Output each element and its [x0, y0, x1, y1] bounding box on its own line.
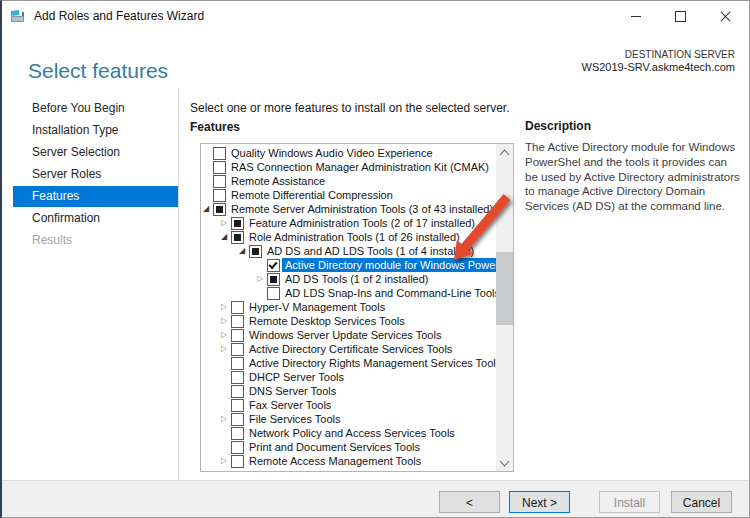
minimize-button[interactable]: [613, 1, 658, 31]
expand-icon[interactable]: ▷: [221, 216, 231, 230]
feature-checkbox[interactable]: [213, 189, 226, 202]
feature-checkbox[interactable]: [267, 259, 280, 272]
destination-server-host: WS2019-SRV.askme4tech.com: [582, 61, 735, 74]
collapse-icon[interactable]: ◢: [221, 230, 231, 244]
feature-label-role-administration-tools-1-of-26-installed[interactable]: Role Administration Tools (1 of 26 insta…: [246, 230, 463, 244]
page-title: Select features: [28, 59, 168, 83]
feature-label-network-policy-and-access-services-tools[interactable]: Network Policy and Access Services Tools: [246, 426, 458, 440]
expand-icon[interactable]: ▷: [221, 342, 231, 356]
install-button: Install: [599, 491, 660, 513]
tree-row: Active Directory Rights Management Servi…: [201, 356, 496, 370]
expand-icon[interactable]: ▷: [257, 272, 267, 286]
feature-checkbox[interactable]: [267, 273, 280, 286]
feature-checkbox[interactable]: [213, 203, 226, 216]
feature-checkbox[interactable]: [231, 427, 244, 440]
expand-icon[interactable]: ▷: [221, 314, 231, 328]
feature-label-quality-windows-audio-video-experience[interactable]: Quality Windows Audio Video Experience: [228, 146, 436, 160]
destination-server-block: DESTINATION SERVER WS2019-SRV.askme4tech…: [582, 48, 735, 74]
title-bar: Add Roles and Features Wizard: [2, 1, 749, 31]
instruction-text: Select one or more features to install o…: [190, 101, 510, 115]
sidebar-item-features[interactable]: Features: [13, 186, 178, 207]
feature-label-dhcp-server-tools[interactable]: DHCP Server Tools: [246, 370, 347, 384]
feature-checkbox[interactable]: [213, 161, 226, 174]
vertical-scrollbar[interactable]: [496, 144, 513, 471]
feature-label-active-directory-certificate-services-tools[interactable]: Active Directory Certificate Services To…: [246, 342, 455, 356]
next-button[interactable]: Next >: [509, 491, 570, 513]
tree-row: AD LDS Snap-Ins and Command-Line Tools: [201, 286, 496, 300]
sidebar-item-confirmation[interactable]: Confirmation: [13, 208, 178, 229]
scrollbar-thumb[interactable]: [496, 252, 513, 325]
tree-row: ▷File Services Tools: [201, 412, 496, 426]
feature-label-active-directory-rights-management-services-tools[interactable]: Active Directory Rights Management Servi…: [246, 356, 496, 370]
feature-label-remote-differential-compression[interactable]: Remote Differential Compression: [228, 188, 396, 202]
tree-row: ▷Hyper-V Management Tools: [201, 300, 496, 314]
feature-label-feature-administration-tools-2-of-17-installed[interactable]: Feature Administration Tools (2 of 17 in…: [246, 216, 478, 230]
features-list-label: Features: [190, 120, 240, 134]
tree-row: ◢Role Administration Tools (1 of 26 inst…: [201, 230, 496, 244]
sidebar-item-server-roles[interactable]: Server Roles: [13, 164, 178, 185]
feature-checkbox[interactable]: [231, 371, 244, 384]
tree-row: DHCP Server Tools: [201, 370, 496, 384]
feature-checkbox[interactable]: [231, 399, 244, 412]
scroll-up-button[interactable]: [496, 144, 513, 161]
wizard-steps-sidebar: Before You BeginInstallation TypeServer …: [13, 98, 178, 252]
description-text: The Active Directory module for Windows …: [525, 140, 741, 214]
feature-label-windows-server-update-services-tools[interactable]: Windows Server Update Services Tools: [246, 328, 444, 342]
feature-label-fax-server-tools[interactable]: Fax Server Tools: [246, 398, 334, 412]
feature-label-active-directory-module-for-windows-powershell[interactable]: Active Directory module for Windows Powe…: [282, 258, 496, 272]
collapse-icon[interactable]: ◢: [203, 202, 213, 216]
feature-checkbox[interactable]: [267, 287, 280, 300]
tree-row: Remote Assistance: [201, 174, 496, 188]
feature-label-ad-ds-and-ad-lds-tools-1-of-4-installed[interactable]: AD DS and AD LDS Tools (1 of 4 installed…: [264, 244, 477, 258]
tree-row: Network Policy and Access Services Tools: [201, 426, 496, 440]
feature-label-remote-access-management-tools[interactable]: Remote Access Management Tools: [246, 454, 424, 468]
feature-checkbox[interactable]: [231, 413, 244, 426]
feature-checkbox[interactable]: [213, 175, 226, 188]
window-title: Add Roles and Features Wizard: [34, 9, 204, 23]
feature-label-remote-desktop-services-tools[interactable]: Remote Desktop Services Tools: [246, 314, 408, 328]
tree-row: DNS Server Tools: [201, 384, 496, 398]
feature-label-ras-connection-manager-administration-kit-cmak[interactable]: RAS Connection Manager Administration Ki…: [228, 160, 492, 174]
maximize-button[interactable]: [658, 1, 703, 31]
feature-label-remote-server-administration-tools-3-of-43-installed[interactable]: Remote Server Administration Tools (3 of…: [228, 202, 496, 216]
sidebar-item-installation-type[interactable]: Installation Type: [13, 120, 178, 141]
previous-button[interactable]: < Previous: [439, 491, 500, 513]
feature-checkbox[interactable]: [231, 329, 244, 342]
feature-label-ad-ds-tools-1-of-2-installed[interactable]: AD DS Tools (1 of 2 installed): [282, 272, 431, 286]
feature-checkbox[interactable]: [249, 245, 262, 258]
expand-icon[interactable]: ▷: [221, 412, 231, 426]
tree-row: ▷Active Directory Certificate Services T…: [201, 342, 496, 356]
sidebar-item-before-you-begin[interactable]: Before You Begin: [13, 98, 178, 119]
feature-checkbox[interactable]: [231, 315, 244, 328]
maximize-icon: [675, 11, 686, 22]
expand-icon[interactable]: ▷: [221, 300, 231, 314]
destination-server-label: DESTINATION SERVER: [582, 48, 735, 61]
feature-checkbox[interactable]: [231, 231, 244, 244]
feature-checkbox[interactable]: [231, 441, 244, 454]
expand-icon[interactable]: ▷: [221, 328, 231, 342]
feature-checkbox[interactable]: [231, 217, 244, 230]
cancel-button[interactable]: Cancel: [671, 491, 732, 513]
feature-label-remote-assistance[interactable]: Remote Assistance: [228, 174, 328, 188]
close-button[interactable]: [703, 1, 748, 31]
feature-label-ad-lds-snap-ins-and-command-line-tools[interactable]: AD LDS Snap-Ins and Command-Line Tools: [282, 286, 496, 300]
tree-row: ▷Feature Administration Tools (2 of 17 i…: [201, 216, 496, 230]
feature-label-file-services-tools[interactable]: File Services Tools: [246, 412, 344, 426]
feature-label-print-and-document-services-tools[interactable]: Print and Document Services Tools: [246, 440, 423, 454]
feature-checkbox[interactable]: [231, 301, 244, 314]
feature-checkbox[interactable]: [213, 147, 226, 160]
feature-label-dns-server-tools[interactable]: DNS Server Tools: [246, 384, 339, 398]
feature-checkbox[interactable]: [231, 455, 244, 468]
close-icon: [720, 11, 731, 22]
scroll-down-button[interactable]: [496, 454, 513, 471]
collapse-icon[interactable]: ◢: [239, 244, 249, 258]
tree-row: Remote Differential Compression: [201, 188, 496, 202]
tree-row: Active Directory module for Windows Powe…: [201, 258, 496, 272]
feature-checkbox[interactable]: [231, 343, 244, 356]
feature-checkbox[interactable]: [231, 385, 244, 398]
sidebar-item-server-selection[interactable]: Server Selection: [13, 142, 178, 163]
chevron-up-icon: [500, 149, 510, 159]
expand-icon[interactable]: ▷: [221, 454, 231, 468]
feature-label-hyper-v-management-tools[interactable]: Hyper-V Management Tools: [246, 300, 388, 314]
feature-checkbox[interactable]: [231, 357, 244, 370]
